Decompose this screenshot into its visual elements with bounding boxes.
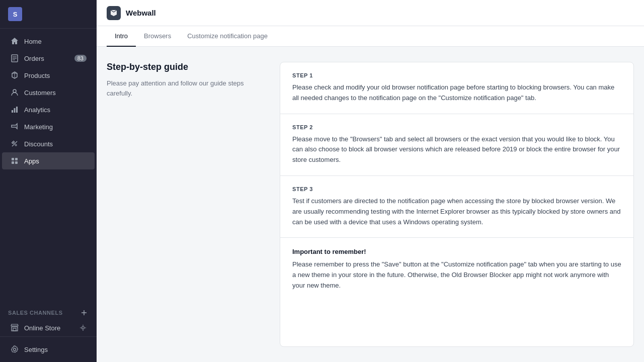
svg-rect-15 — [12, 161, 14, 164]
sidebar-item-online-store-label: Online Store — [24, 324, 60, 332]
svg-point-20 — [82, 327, 85, 329]
svg-rect-7 — [12, 110, 13, 113]
steps-panel: STEP 1 Please check and modify your old … — [280, 62, 634, 347]
step-2-label: STEP 2 — [292, 124, 621, 130]
sidebar: S Home Orders 83 — [0, 0, 97, 362]
sidebar-item-marketing[interactable]: Marketing — [2, 118, 95, 135]
step-3-card: STEP 3 Test if customers are directed to… — [280, 176, 633, 238]
important-title: Important to remember! — [292, 248, 621, 255]
sidebar-item-customers-label: Customers — [24, 89, 56, 97]
sidebar-item-analytics-label: Analytics — [24, 106, 50, 114]
marketing-icon — [10, 122, 19, 131]
customers-icon — [10, 88, 19, 97]
important-text: Please remember to press the "Save" butt… — [292, 259, 621, 291]
logo-icon: S — [8, 7, 22, 21]
guide-title: Step-by-step guide — [107, 62, 268, 72]
sidebar-nav: Home Orders 83 — [0, 29, 97, 302]
important-card: Important to remember! Please remember t… — [280, 238, 633, 301]
sidebar-item-settings[interactable]: Settings — [2, 341, 95, 358]
step-1-text: Please check and modify your old browser… — [292, 82, 621, 104]
sidebar-item-apps[interactable]: Apps — [2, 152, 95, 169]
guide-description: Please pay attention and follow our guid… — [107, 78, 268, 98]
sidebar-item-products[interactable]: Products — [2, 67, 95, 84]
sidebar-logo: S — [0, 0, 97, 29]
sidebar-item-products-label: Products — [24, 72, 50, 79]
svg-rect-8 — [14, 108, 16, 113]
home-icon — [10, 37, 19, 46]
sidebar-item-discounts[interactable]: Discounts — [2, 135, 95, 152]
sidebar-item-discounts-label: Discounts — [24, 140, 53, 148]
sidebar-item-customers[interactable]: Customers — [2, 84, 95, 101]
svg-point-6 — [13, 89, 16, 93]
sidebar-item-home-label: Home — [24, 38, 42, 45]
svg-rect-13 — [12, 158, 14, 160]
sidebar-bottom: Settings — [0, 336, 97, 362]
sidebar-item-home[interactable]: Home — [2, 33, 95, 50]
sidebar-item-settings-label: Settings — [24, 346, 48, 353]
step-1-label: STEP 1 — [292, 72, 621, 78]
app-logo — [107, 6, 121, 20]
tab-customize[interactable]: Customize notification page — [179, 26, 276, 47]
store-icon — [10, 323, 19, 332]
orders-badge: 83 — [74, 55, 87, 62]
sidebar-item-analytics[interactable]: Analytics — [2, 101, 95, 118]
add-sales-channel-button[interactable] — [79, 308, 89, 317]
svg-rect-14 — [15, 158, 18, 160]
settings-icon — [10, 345, 19, 354]
app-header: Webwall — [97, 0, 644, 26]
svg-point-21 — [14, 348, 16, 351]
left-panel: Step-by-step guide Please pay attention … — [107, 62, 268, 347]
tab-bar: Intro Browsers Customize notification pa… — [97, 26, 644, 47]
sidebar-item-apps-label: Apps — [24, 157, 39, 165]
online-store-settings-icon[interactable] — [79, 324, 87, 331]
sidebar-item-orders[interactable]: Orders 83 — [2, 50, 95, 67]
step-3-text: Test if customers are directed to the no… — [292, 196, 621, 227]
main-content: Webwall Intro Browsers Customize notific… — [97, 0, 644, 362]
sidebar-item-online-store[interactable]: Online Store — [2, 319, 95, 336]
content-area: Step-by-step guide Please pay attention … — [97, 47, 644, 362]
tab-browsers[interactable]: Browsers — [136, 26, 179, 47]
analytics-icon — [10, 105, 19, 114]
tab-intro[interactable]: Intro — [107, 26, 136, 47]
products-icon — [10, 71, 19, 80]
orders-icon — [10, 54, 19, 63]
apps-icon — [10, 156, 19, 165]
svg-rect-16 — [15, 161, 18, 164]
app-title: Webwall — [126, 9, 156, 17]
sidebar-item-marketing-label: Marketing — [24, 123, 53, 131]
step-1-card: STEP 1 Please check and modify your old … — [280, 62, 633, 114]
step-2-text: Please move to the "Browsers" tab and se… — [292, 134, 621, 165]
svg-point-11 — [15, 144, 17, 146]
sales-channels-label: SALES CHANNELS — [0, 302, 97, 319]
step-2-card: STEP 2 Please move to the "Browsers" tab… — [280, 114, 633, 176]
svg-rect-19 — [13, 328, 16, 331]
step-3-label: STEP 3 — [292, 186, 621, 192]
discounts-icon — [10, 139, 19, 148]
sidebar-item-orders-label: Orders — [24, 55, 44, 62]
svg-rect-9 — [16, 107, 18, 113]
